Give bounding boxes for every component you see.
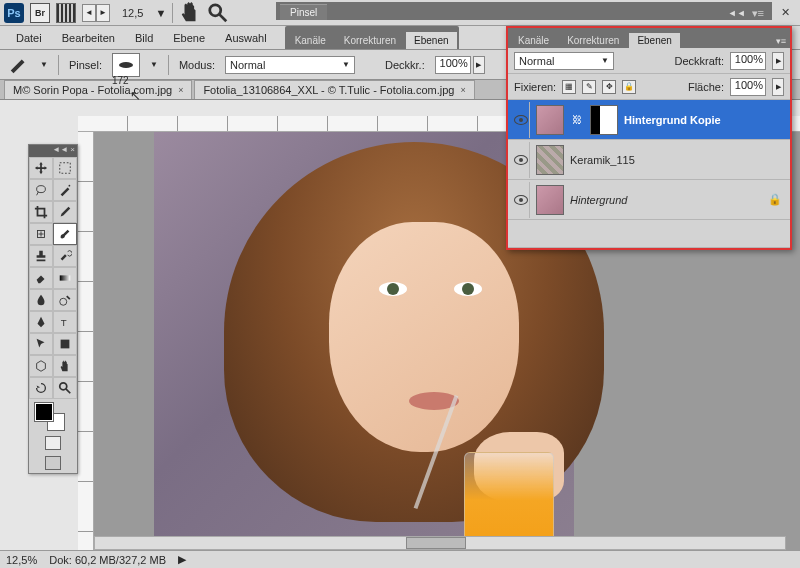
flaeche-input[interactable]: 100%	[730, 78, 766, 96]
chevron-down-icon[interactable]: ▼	[150, 60, 158, 69]
eraser-tool[interactable]	[29, 267, 53, 289]
brush-tool[interactable]	[53, 223, 77, 245]
shape-tool[interactable]	[53, 333, 77, 355]
close-icon[interactable]: ×	[460, 85, 465, 95]
eyedropper-tool[interactable]	[53, 201, 77, 223]
crop-tool[interactable]	[29, 201, 53, 223]
lock-pixels-icon[interactable]: ✎	[582, 80, 596, 94]
layer-thumbnail[interactable]	[536, 185, 564, 215]
panel-menu-icon[interactable]: ▾≡	[774, 34, 788, 48]
layer-thumbnail[interactable]	[536, 105, 564, 135]
tab-korrekturen[interactable]: Korrekturen	[336, 32, 404, 49]
visibility-icon[interactable]	[514, 115, 528, 125]
layer-row[interactable]: Hintergrund 🔒	[508, 180, 790, 220]
menu-ebene[interactable]: Ebene	[163, 29, 215, 47]
scrollbar-horizontal[interactable]	[94, 536, 786, 550]
dodge-tool[interactable]	[53, 289, 77, 311]
layer-row[interactable]: ⛓ Hintergrund Kopie	[508, 100, 790, 140]
history-fwd[interactable]: ►	[96, 4, 110, 22]
close-icon[interactable]: ✕	[774, 2, 796, 24]
lock-transparency-icon[interactable]: ▦	[562, 80, 576, 94]
opacity-input[interactable]: 100%	[435, 56, 471, 74]
deckkraft-input[interactable]: 100%	[730, 52, 766, 70]
svg-point-11	[60, 383, 67, 390]
status-arrow-icon[interactable]: ▶	[178, 553, 186, 566]
lock-all-icon[interactable]: 🔒	[622, 80, 636, 94]
layer-blend-dropdown[interactable]: Normal ▼	[514, 52, 614, 70]
brush-preview[interactable]	[112, 53, 140, 77]
history-brush-tool[interactable]	[53, 245, 77, 267]
3d-tool[interactable]	[29, 355, 53, 377]
zoom-tool[interactable]	[53, 377, 77, 399]
quickmask-icon[interactable]	[45, 436, 61, 450]
marquee-tool[interactable]	[53, 157, 77, 179]
opacity-label: Deckkr.:	[385, 59, 425, 71]
panel-tabs: Kanäle Korrekturen Ebenen	[285, 26, 459, 49]
lp-tab-korrekturen[interactable]: Korrekturen	[559, 33, 627, 48]
zoom-dropdown-icon[interactable]: ▼	[155, 7, 166, 19]
layer-name[interactable]: Hintergrund Kopie	[624, 114, 721, 126]
opacity-slider-icon[interactable]: ▶	[473, 56, 485, 74]
tool-preset-icon[interactable]	[8, 54, 30, 76]
menu-datei[interactable]: Datei	[6, 29, 52, 47]
screenmode-icon[interactable]	[45, 456, 61, 470]
panel-menu-icon[interactable]: ▾≡	[748, 7, 768, 20]
lock-position-icon[interactable]: ✥	[602, 80, 616, 94]
collapse-panel-icon[interactable]: ◄◄	[726, 6, 748, 20]
zoom-tool-icon[interactable]	[207, 2, 229, 24]
menu-bild[interactable]: Bild	[125, 29, 163, 47]
dok-label: Dok:	[49, 554, 72, 566]
menu-auswahl[interactable]: Auswahl	[215, 29, 277, 47]
chevron-down-icon: ▼	[601, 56, 609, 65]
filmstrip-icon[interactable]	[56, 3, 76, 23]
lp-tab-ebenen[interactable]: Ebenen	[629, 33, 679, 48]
document-tab-2[interactable]: Fotolia_13106864_XXL - © T.Tulic - Fotol…	[194, 80, 474, 99]
type-tool[interactable]: T	[53, 311, 77, 333]
status-zoom[interactable]: 12,5%	[6, 554, 37, 566]
document-tab-1[interactable]: M© Sorin Popa - Fotolia.com.jpg ×	[4, 80, 192, 99]
history-back[interactable]: ◄	[82, 4, 96, 22]
tab-ebenen[interactable]: Ebenen	[406, 32, 456, 49]
slider-icon[interactable]: ▶	[772, 52, 784, 70]
ruler-vertical[interactable]	[78, 132, 94, 550]
dok-value: 60,2 MB/327,2 MB	[75, 554, 166, 566]
gradient-tool[interactable]	[53, 267, 77, 289]
brush-label: Pinsel:	[69, 59, 102, 71]
menu-bearbeiten[interactable]: Bearbeiten	[52, 29, 125, 47]
chevron-down-icon[interactable]: ▼	[40, 60, 48, 69]
stamp-tool[interactable]	[29, 245, 53, 267]
zoom-value[interactable]: 12,5	[116, 7, 149, 19]
chevron-down-icon: ▼	[342, 60, 350, 69]
layer-thumbnail[interactable]	[536, 145, 564, 175]
visibility-icon[interactable]	[514, 155, 528, 165]
close-icon[interactable]: ×	[178, 85, 183, 95]
slider-icon[interactable]: ▶	[772, 78, 784, 96]
bridge-button[interactable]: Br	[30, 3, 50, 23]
brush-panel-tab[interactable]: Pinsel	[280, 4, 327, 20]
lasso-tool[interactable]	[29, 179, 53, 201]
scrollbar-thumb[interactable]	[406, 537, 466, 549]
mask-link-icon[interactable]: ⛓	[570, 114, 584, 125]
color-swatches[interactable]	[29, 399, 77, 433]
fg-color-swatch[interactable]	[35, 403, 53, 421]
lock-icon: 🔒	[768, 193, 786, 206]
healing-tool[interactable]	[29, 223, 53, 245]
path-select-tool[interactable]	[29, 333, 53, 355]
hand-tool-icon[interactable]	[179, 2, 201, 24]
lp-tab-kanaele[interactable]: Kanäle	[510, 33, 557, 48]
blend-mode-dropdown[interactable]: Normal ▼	[225, 56, 355, 74]
mask-thumbnail[interactable]	[590, 105, 618, 135]
tab-kanaele[interactable]: Kanäle	[287, 32, 334, 49]
hand-tool[interactable]	[53, 355, 77, 377]
brush-panel-header: Pinsel ◄◄ ▾≡	[276, 2, 772, 20]
move-tool[interactable]	[29, 157, 53, 179]
collapse-icon[interactable]: ◄◄ ×	[52, 145, 75, 157]
rotate-view-tool[interactable]	[29, 377, 53, 399]
layer-row[interactable]: Keramik_115	[508, 140, 790, 180]
pen-tool[interactable]	[29, 311, 53, 333]
layer-name[interactable]: Hintergrund	[570, 194, 627, 206]
blur-tool[interactable]	[29, 289, 53, 311]
wand-tool[interactable]	[53, 179, 77, 201]
visibility-icon[interactable]	[514, 195, 528, 205]
layer-name[interactable]: Keramik_115	[570, 154, 635, 166]
